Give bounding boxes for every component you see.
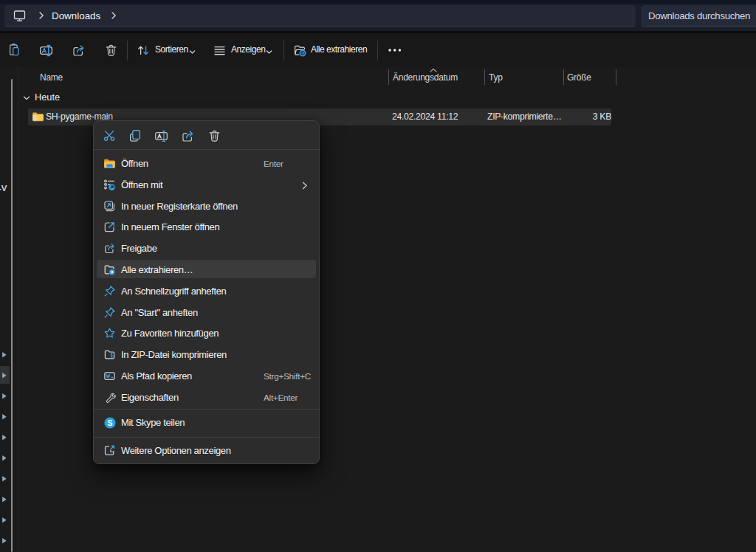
svg-text:S: S <box>107 418 112 427</box>
